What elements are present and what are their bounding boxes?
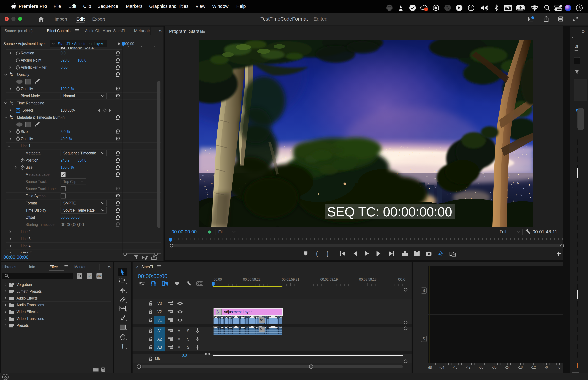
svg-text:SEQ TC: 00:00:00:00: SEQ TC: 00:00:00:00 [327,205,452,219]
svg-text:Uniform Scale: Uniform Scale [68,47,94,49]
